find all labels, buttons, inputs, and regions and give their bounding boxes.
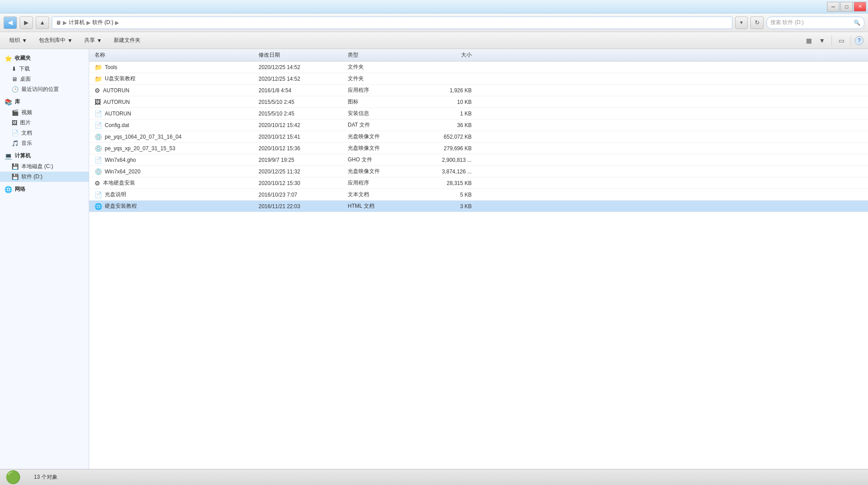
file-size-cell: 652,072 KB	[419, 134, 477, 140]
file-size-cell: 3,874,126 ...	[419, 169, 477, 175]
file-icon: 💿	[95, 168, 102, 175]
file-name-cell: 🌐 硬盘安装教程	[89, 202, 259, 210]
sidebar-libraries-header[interactable]: 📚 库	[0, 96, 89, 107]
file-type-cell: 光盘映像文件	[348, 133, 419, 140]
include-library-button[interactable]: 包含到库中 ▼	[34, 34, 78, 47]
minimize-button[interactable]: ─	[827, 2, 839, 12]
column-date-header[interactable]: 修改日期	[259, 51, 348, 59]
file-size-cell: 1,926 KB	[419, 87, 477, 94]
column-size-header[interactable]: 大小	[419, 51, 477, 59]
toolbar-divider	[831, 36, 832, 45]
file-name-text: Win7x64.gho	[105, 157, 136, 163]
path-item-drive[interactable]: 软件 (D:)	[92, 19, 113, 26]
back-button[interactable]: ◀	[4, 16, 17, 29]
preview-pane-button[interactable]: ▭	[835, 35, 847, 46]
table-row[interactable]: 💿 pe_yqs_xp_20_07_31_15_53 2020/10/12 15…	[89, 143, 868, 154]
sidebar-network-header[interactable]: 🌐 网络	[0, 184, 89, 195]
table-row[interactable]: 📄 Config.dat 2020/10/12 15:42 DAT 文件 36 …	[89, 119, 868, 131]
include-library-label: 包含到库中	[39, 37, 66, 44]
sidebar-item-desktop[interactable]: 🖥 桌面	[0, 74, 89, 84]
search-placeholder: 搜索 软件 (D:)	[770, 19, 804, 26]
search-icon: 🔍	[854, 20, 860, 26]
column-name-header[interactable]: 名称	[89, 51, 259, 59]
file-date-cell: 2020/12/25 14:52	[259, 76, 348, 82]
sidebar-item-recent[interactable]: 🕒 最近访问的位置	[0, 84, 89, 95]
new-folder-button[interactable]: 新建文件夹	[109, 34, 145, 47]
c-drive-icon: 💾	[12, 163, 19, 170]
view-options-button[interactable]: ▦	[803, 35, 815, 46]
maximize-button[interactable]: □	[840, 2, 853, 12]
close-button[interactable]: ✕	[854, 2, 866, 12]
refresh-button[interactable]: ↻	[750, 16, 764, 29]
change-view-button[interactable]: ▼	[816, 35, 828, 46]
sidebar-item-d-drive[interactable]: 💾 软件 (D:)	[0, 172, 89, 182]
table-row[interactable]: 🌐 硬盘安装教程 2016/11/21 22:03 HTML 文档 3 KB	[89, 201, 868, 212]
address-path[interactable]: 🖥 ▶ 计算机 ▶ 软件 (D:) ▶	[52, 16, 732, 29]
path-arrow: ▶	[115, 20, 119, 26]
status-bar: 🟢 13 个对象	[0, 469, 868, 485]
sidebar-libraries-section: 📚 库 🎬 视频 🖼 图片 📄 文档 🎵 音乐	[0, 96, 89, 148]
sidebar-item-music[interactable]: 🎵 音乐	[0, 138, 89, 148]
toolbar: 组织 ▼ 包含到库中 ▼ 共享 ▼ 新建文件夹 ▦ ▼ ▭ ?	[0, 32, 868, 49]
file-date-cell: 2020/10/12 15:42	[259, 122, 348, 128]
pictures-icon: 🖼	[12, 119, 17, 126]
sidebar-item-music-label: 音乐	[21, 140, 32, 147]
sidebar-item-video-label: 视频	[21, 109, 32, 116]
file-type-cell: 安装信息	[348, 110, 419, 117]
table-row[interactable]: ⚙ AUTORUN 2016/1/8 4:54 应用程序 1,926 KB	[89, 85, 868, 96]
desktop-icon: 🖥	[12, 76, 17, 82]
file-name-text: Tools	[105, 64, 117, 70]
file-icon: 📄	[95, 110, 102, 117]
share-dropdown-icon: ▼	[97, 37, 102, 44]
sidebar-computer-header[interactable]: 💻 计算机	[0, 150, 89, 161]
table-row[interactable]: 💿 Win7x64_2020 2020/12/25 11:32 光盘映像文件 3…	[89, 166, 868, 177]
file-icon: 📄	[95, 191, 102, 198]
sidebar: ⭐ 收藏夹 ⬇ 下载 🖥 桌面 🕒 最近访问的位置 📚 库 �	[0, 49, 89, 469]
sidebar-computer-section: 💻 计算机 💾 本地磁盘 (C:) 💾 软件 (D:)	[0, 150, 89, 182]
sidebar-item-downloads[interactable]: ⬇ 下载	[0, 64, 89, 74]
table-row[interactable]: 📁 U盘安装教程 2020/12/25 14:52 文件夹	[89, 73, 868, 85]
file-type-cell: GHO 文件	[348, 156, 419, 164]
forward-button[interactable]: ▶	[20, 16, 33, 29]
help-button[interactable]: ?	[855, 36, 864, 45]
file-type-cell: 光盘映像文件	[348, 168, 419, 175]
file-size-cell: 279,696 KB	[419, 145, 477, 152]
sidebar-item-video[interactable]: 🎬 视频	[0, 107, 89, 118]
share-button[interactable]: 共享 ▼	[79, 34, 107, 47]
file-icon: 💿	[95, 133, 102, 140]
file-name-text: U盘安装教程	[105, 75, 136, 82]
file-name-cell: 🖼 AUTORUN	[89, 99, 259, 106]
table-row[interactable]: 📄 光盘说明 2016/10/23 7:07 文本文档 5 KB	[89, 189, 868, 201]
sidebar-item-pictures[interactable]: 🖼 图片	[0, 118, 89, 128]
sidebar-item-c-drive[interactable]: 💾 本地磁盘 (C:)	[0, 161, 89, 172]
file-list: 名称 修改日期 类型 大小 📁 Tools 2020/12/25 14:52 文…	[89, 49, 868, 469]
organize-button[interactable]: 组织 ▼	[4, 34, 32, 47]
file-size-cell: 5 KB	[419, 192, 477, 198]
table-row[interactable]: ⚙ 本地硬盘安装 2020/10/12 15:30 应用程序 28,315 KB	[89, 177, 868, 189]
file-name-text: AUTORUN	[105, 111, 131, 117]
sidebar-item-pictures-label: 图片	[20, 119, 31, 127]
table-row[interactable]: 📁 Tools 2020/12/25 14:52 文件夹	[89, 62, 868, 73]
table-row[interactable]: 🖼 AUTORUN 2015/5/10 2:45 图标 10 KB	[89, 96, 868, 108]
up-button[interactable]: ▲	[36, 16, 49, 29]
sidebar-item-documents[interactable]: 📄 文档	[0, 128, 89, 138]
file-name-cell: 💿 pe_yqs_1064_20_07_31_16_04	[89, 133, 259, 140]
title-bar: ─ □ ✕	[0, 0, 868, 13]
search-box[interactable]: 搜索 软件 (D:) 🔍	[766, 16, 864, 29]
table-row[interactable]: 💿 pe_yqs_1064_20_07_31_16_04 2020/10/12 …	[89, 131, 868, 143]
file-name-text: pe_yqs_1064_20_07_31_16_04	[105, 134, 181, 140]
toolbar-divider2	[851, 36, 851, 45]
table-row[interactable]: 📄 AUTORUN 2015/5/10 2:45 安装信息 1 KB	[89, 108, 868, 119]
file-type-cell: 文件夹	[348, 63, 419, 71]
address-dropdown-button[interactable]: ▼	[735, 16, 748, 29]
table-row[interactable]: 📄 Win7x64.gho 2019/9/7 19:25 GHO 文件 2,90…	[89, 154, 868, 166]
file-date-cell: 2019/9/7 19:25	[259, 157, 348, 163]
sidebar-favorites-header[interactable]: ⭐ 收藏夹	[0, 53, 89, 64]
file-name-cell: 📄 光盘说明	[89, 191, 259, 198]
favorites-icon: ⭐	[4, 55, 12, 62]
toolbar-right: ▦ ▼ ▭ ?	[803, 35, 864, 46]
path-item-computer[interactable]: 计算机	[69, 19, 85, 26]
sidebar-item-c-drive-label: 本地磁盘 (C:)	[21, 163, 53, 170]
column-type-header[interactable]: 类型	[348, 51, 419, 59]
file-name-text: AUTORUN	[103, 99, 130, 105]
